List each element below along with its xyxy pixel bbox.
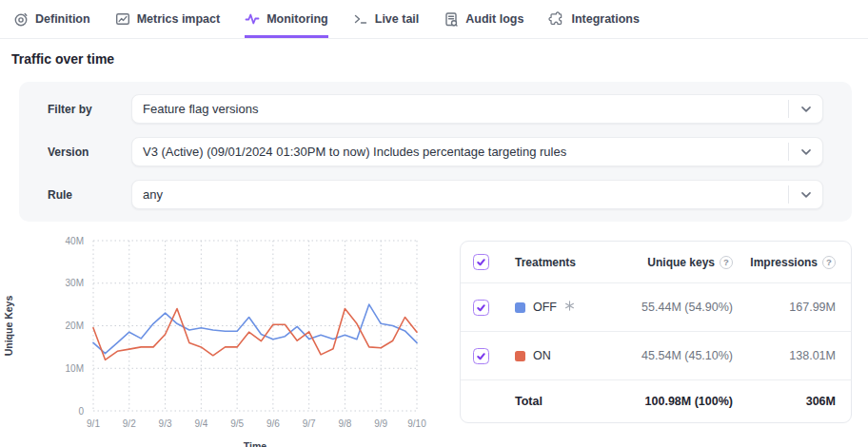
on-checkbox[interactable] <box>473 348 489 364</box>
rule-label: Rule <box>48 188 131 202</box>
rule-select[interactable]: any <box>131 180 823 209</box>
svg-text:9/5: 9/5 <box>230 418 244 429</box>
default-treatment-icon <box>564 301 575 314</box>
svg-text:20M: 20M <box>66 321 84 331</box>
unique-keys-column-header: Unique keys ? <box>582 256 733 269</box>
svg-text:9/8: 9/8 <box>338 418 351 429</box>
treatment-cell: ON <box>515 349 582 362</box>
chevron-down-icon[interactable] <box>788 185 822 204</box>
tab-label: Integrations <box>571 12 640 26</box>
svg-text:30M: 30M <box>66 278 84 288</box>
filter-row-version: Version V3 (Active) (09/01/2024 01:30PM … <box>48 137 823 166</box>
tab-definition[interactable]: Definition <box>13 0 90 38</box>
tab-label: Monitoring <box>266 12 328 26</box>
rule-value: any <box>143 187 788 202</box>
help-icon[interactable]: ? <box>720 256 733 269</box>
tab-audit-logs[interactable]: Audit logs <box>444 0 523 38</box>
total-impressions: 306M <box>733 395 836 408</box>
on-impressions: 138.01M <box>733 349 836 362</box>
filter-by-select[interactable]: Feature flag versions <box>131 94 823 124</box>
version-select[interactable]: V3 (Active) (09/01/2024 01:30PM to now) … <box>131 137 823 166</box>
svg-text:9/4: 9/4 <box>194 418 207 429</box>
filter-panel: Filter by Feature flag versions Version … <box>19 82 852 222</box>
tab-label: Audit logs <box>465 12 523 26</box>
svg-text:9/10: 9/10 <box>407 418 426 429</box>
filter-row-filter-by: Filter by Feature flag versions <box>48 94 823 124</box>
off-impressions: 167.99M <box>733 301 836 314</box>
tab-metrics-impact[interactable]: Metrics impact <box>115 0 221 38</box>
svg-text:9/2: 9/2 <box>123 418 136 429</box>
traffic-chart-area: 010M20M30M40M9/19/29/39/49/59/69/79/89/9… <box>0 227 447 447</box>
svg-text:9/9: 9/9 <box>374 418 387 429</box>
select-all-checkbox[interactable] <box>473 254 489 270</box>
off-legend-square <box>515 302 525 313</box>
svg-text:9/3: 9/3 <box>159 418 172 429</box>
treatment-name: ON <box>533 349 551 362</box>
off-unique-keys: 55.44M (54.90%) <box>582 301 733 314</box>
svg-text:9/7: 9/7 <box>303 418 316 429</box>
on-unique-keys: 45.54M (45.10%) <box>582 349 733 362</box>
page-title: Traffic over time <box>11 51 868 67</box>
impressions-column-header: Impressions ? <box>733 256 836 269</box>
treatments-column-header: Treatments <box>515 256 582 269</box>
off-checkbox[interactable] <box>473 300 489 316</box>
target-icon <box>13 11 29 28</box>
svg-text:10M: 10M <box>66 363 84 374</box>
chevron-down-icon[interactable] <box>788 100 822 118</box>
document-search-icon <box>444 11 459 28</box>
tab-bar: Definition Metrics impact Monitoring Liv… <box>0 0 868 39</box>
version-value: V3 (Active) (09/01/2024 01:30PM to now) … <box>143 145 788 159</box>
treatment-name: OFF <box>533 301 557 314</box>
treatments-table: Treatments Unique keys ? Impressions ? O… <box>460 241 852 423</box>
puzzle-icon <box>548 11 564 28</box>
on-legend-square <box>515 351 525 361</box>
svg-text:40M: 40M <box>66 236 84 246</box>
svg-text:Time: Time <box>244 440 266 447</box>
chart-icon <box>115 11 130 27</box>
svg-text:0: 0 <box>78 406 84 417</box>
svg-text:9/6: 9/6 <box>266 418 280 429</box>
tab-live-tail[interactable]: Live tail <box>353 0 420 38</box>
filter-row-rule: Rule any <box>48 180 823 209</box>
table-row-on: ON 45.54M (45.10%) 138.01M <box>461 332 851 380</box>
tab-integrations[interactable]: Integrations <box>548 0 640 38</box>
tab-monitoring[interactable]: Monitoring <box>245 0 328 38</box>
chart-section: 010M20M30M40M9/19/29/39/49/59/69/79/89/9… <box>0 227 868 447</box>
pulse-icon <box>245 11 260 27</box>
total-label: Total <box>515 395 582 408</box>
tab-label: Live tail <box>375 12 420 26</box>
filter-by-value: Feature flag versions <box>143 102 788 116</box>
table-row-off: OFF 55.44M (54.90%) 167.99M <box>461 283 851 332</box>
help-icon[interactable]: ? <box>822 256 836 269</box>
table-row-total: Total 100.98M (100%) 306M <box>461 380 851 422</box>
total-unique-keys: 100.98M (100%) <box>582 395 733 408</box>
terminal-icon <box>353 11 368 27</box>
chevron-down-icon[interactable] <box>788 143 822 161</box>
treatment-cell: OFF <box>515 301 582 314</box>
version-label: Version <box>48 146 131 159</box>
table-header-row: Treatments Unique keys ? Impressions ? <box>461 242 851 283</box>
svg-text:9/1: 9/1 <box>87 418 100 429</box>
tab-label: Metrics impact <box>137 12 221 26</box>
tab-label: Definition <box>35 12 90 26</box>
filter-by-label: Filter by <box>48 103 131 116</box>
svg-text:Unique Keys: Unique Keys <box>3 296 14 357</box>
monitoring-page: Definition Metrics impact Monitoring Liv… <box>0 0 868 447</box>
traffic-chart: 010M20M30M40M9/19/29/39/49/59/69/79/89/9… <box>0 227 447 447</box>
